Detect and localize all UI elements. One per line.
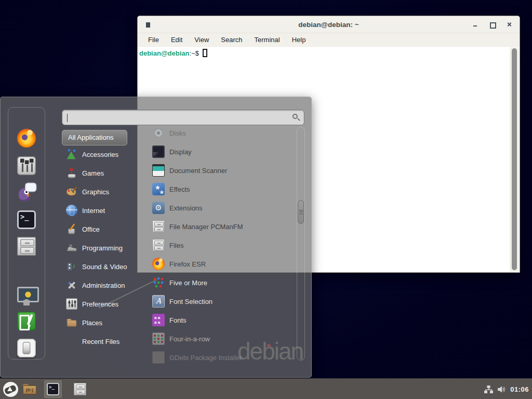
close-button[interactable] [507,22,512,28]
category-label: Games [82,169,104,177]
app-label: Effects [169,185,190,193]
app-files[interactable]: Files [146,236,294,255]
favorite-file-manager[interactable] [17,236,36,256]
terminal-menu-edit[interactable]: Edit [169,35,184,45]
favorite-shutdown[interactable] [17,338,36,358]
category-graphics[interactable]: Graphics [62,182,140,201]
favorite-lock-screen[interactable] [17,285,36,304]
pidgin-icon [17,183,36,202]
favorite-pidgin[interactable] [17,183,36,203]
gdebi-icon [152,351,165,364]
terminal-scrollbar-thumb[interactable] [512,48,517,270]
shutdown-icon [17,339,36,357]
category-programming[interactable]: Programming [62,238,140,257]
favorite-logout[interactable] [17,311,36,331]
window-title: debian@debian: ~ [138,16,520,33]
programming-icon [66,242,77,254]
four-in-a-row-icon [152,332,165,345]
app-menu: All Applications AccessoriesGamesGraphic… [0,97,312,378]
terminal-titlebar[interactable]: debian@debian: ~ [138,16,520,33]
terminal-menu-terminal[interactable]: Terminal [253,35,282,45]
app-file-manager-pcmanfm[interactable]: File Manager PCManFM [146,217,294,236]
app-gdebi-package-installer[interactable]: GDebi Package Installer [146,348,294,367]
category-places[interactable]: Places [62,313,140,332]
folder-d-icon: [D:] [22,383,37,395]
category-accessories[interactable]: Accessories [62,145,140,164]
app-label: Font Selection [169,298,212,305]
menu-scrollbar[interactable] [297,127,305,361]
app-label: Five or More [169,279,207,287]
category-office[interactable]: Office [62,220,140,238]
taskbar-file-manager-button[interactable] [71,380,89,398]
clock[interactable]: 01:06 [510,385,529,393]
maximize-button[interactable] [489,22,495,28]
logout-icon [17,312,36,330]
display-icon [152,145,165,158]
app-four-in-a-row[interactable]: Four-in-a-row [146,329,294,348]
taskbar-folder-d-button[interactable]: [D:] [21,380,38,398]
category-administration[interactable]: Administration [62,276,140,295]
category-label: Places [82,319,102,327]
graphics-icon [66,186,77,197]
terminal-menu-search[interactable]: Search [219,35,244,45]
app-font-selection[interactable]: Font Selection [146,292,294,311]
menu-scrollbar-thumb[interactable] [298,200,304,224]
taskbar-terminal-button[interactable] [44,380,62,398]
prompt-path: :~$ [189,49,198,57]
games-icon [66,167,77,179]
terminal-menu-file[interactable]: File [147,35,161,45]
category-label: Office [82,225,100,233]
terminal-menu-view[interactable]: View [193,35,210,45]
volume-icon[interactable] [497,385,506,393]
search-icon [292,114,298,119]
app-label: Disks [169,129,186,137]
category-label: Preferences [82,300,118,308]
file-manager-icon [74,383,86,395]
app-firefox-esr[interactable]: Firefox ESR [146,255,294,273]
category-label: Recent Files [82,338,119,345]
app-five-or-more[interactable]: Five or More [146,273,294,292]
system-tray: 01:06 [484,379,529,399]
app-label: Display [169,148,192,156]
disks-icon [152,127,165,139]
taskbar-menu-button[interactable] [2,380,19,398]
terminal-scrollbar[interactable] [510,47,519,272]
category-internet[interactable]: Internet [62,201,140,220]
category-sound-video[interactable]: Sound & Video [62,257,140,276]
file-manager-pcmanfm-icon [152,220,165,233]
app-extensions[interactable]: Extensions [146,198,294,217]
office-icon [66,223,77,235]
category-label: Internet [82,207,105,215]
app-effects[interactable]: Effects [146,180,294,198]
category-label: Sound & Video [82,263,127,271]
extensions-icon [152,202,165,214]
favorite-firefox[interactable] [17,128,36,148]
favorite-mixer[interactable] [17,156,36,176]
app-label: Firefox ESR [169,260,206,268]
category-preferences[interactable]: Preferences [62,295,140,313]
administration-icon [66,280,77,291]
places-icon [66,317,77,328]
minimize-button[interactable] [472,22,478,28]
effects-icon [152,183,165,195]
favorite-terminal[interactable] [17,210,36,230]
all-applications-button[interactable]: All Applications [62,130,127,145]
app-disks[interactable]: Disks [146,124,294,142]
menu-icon [3,382,18,397]
window-controls [472,16,512,33]
five-or-more-icon [152,276,165,289]
files-icon [152,239,165,251]
app-display[interactable]: Display [146,142,294,161]
terminal-menu-help[interactable]: Help [290,35,308,45]
category-games[interactable]: Games [62,164,140,182]
file-manager-icon [17,237,36,256]
app-document-scanner[interactable]: Document Scanner [146,161,294,180]
terminal-icon [17,210,36,229]
network-icon[interactable] [484,385,493,393]
app-label: Extensions [169,204,203,212]
search-input[interactable] [62,110,304,125]
app-fonts[interactable]: Fonts [146,311,294,329]
app-label: File Manager PCManFM [169,223,243,231]
document-scanner-icon [152,164,165,177]
category-recent-files[interactable]: Recent Files [62,332,140,351]
